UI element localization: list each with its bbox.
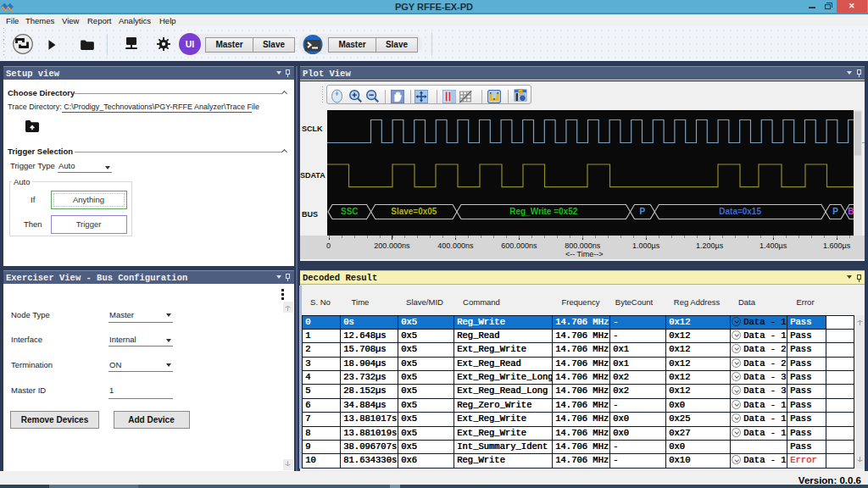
- svg-text:Slave=0x05: Slave=0x05: [391, 207, 437, 216]
- svg-text:Reg_Write =0x52: Reg_Write =0x52: [509, 207, 577, 216]
- svg-text:Data=0x15: Data=0x15: [719, 207, 761, 216]
- svg-text:SSC: SSC: [341, 207, 359, 216]
- svg-text:P: P: [832, 207, 838, 216]
- svg-text:P: P: [640, 207, 646, 216]
- svg-text:B: B: [848, 207, 854, 216]
